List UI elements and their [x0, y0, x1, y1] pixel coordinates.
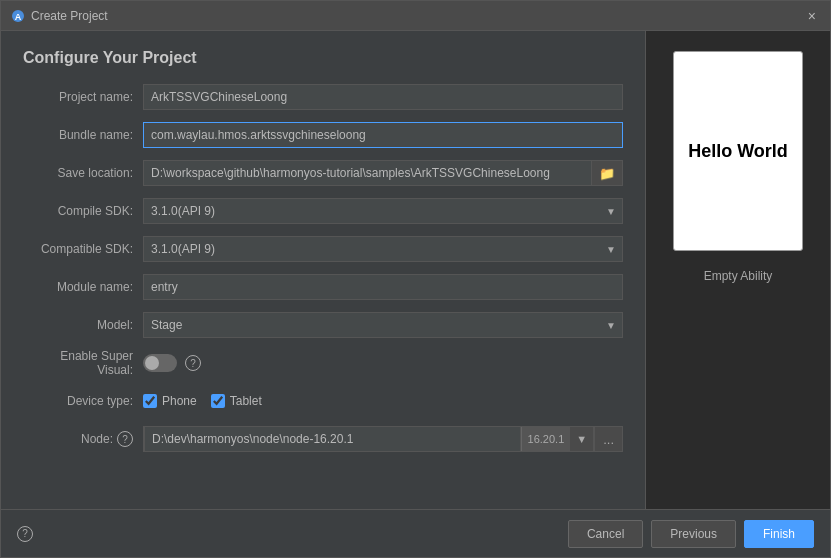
super-visual-control: ? [143, 354, 623, 372]
tablet-label: Tablet [230, 394, 262, 408]
node-input-group: 16.20.1 ▼ [143, 426, 595, 452]
compatible-sdk-select[interactable]: 3.1.0(API 9) 3.0.0(API 8) 2.0.0(API 6) [143, 236, 623, 262]
module-name-label: Module name: [23, 280, 143, 294]
ark-icon: A [11, 9, 25, 23]
title-bar-left: A Create Project [11, 9, 108, 23]
cancel-button[interactable]: Cancel [568, 520, 643, 548]
device-type-label: Device type: [23, 394, 143, 408]
dialog-footer: ? Cancel Previous Finish [1, 509, 830, 557]
save-location-input[interactable] [143, 160, 592, 186]
bundle-name-control [143, 122, 623, 148]
super-visual-label: Enable Super Visual: [23, 349, 143, 377]
preview-hello-text: Hello World [688, 141, 788, 162]
compile-sdk-row: Compile SDK: 3.1.0(API 9) 3.0.0(API 8) 2… [23, 197, 623, 225]
footer-buttons: Cancel Previous Finish [568, 520, 814, 548]
node-version-badge: 16.20.1 [521, 427, 571, 451]
module-name-row: Module name: [23, 273, 623, 301]
super-visual-help-icon[interactable]: ? [185, 355, 201, 371]
node-more-button[interactable]: ... [595, 426, 623, 452]
project-name-label: Project name: [23, 90, 143, 104]
model-row: Model: Stage FA ▼ [23, 311, 623, 339]
bundle-name-input[interactable] [143, 122, 623, 148]
compile-sdk-select-wrapper: 3.1.0(API 9) 3.0.0(API 8) 2.0.0(API 6) ▼ [143, 198, 623, 224]
model-select-wrapper: Stage FA ▼ [143, 312, 623, 338]
device-type-control: Phone Tablet [143, 394, 623, 408]
compile-sdk-select[interactable]: 3.1.0(API 9) 3.0.0(API 8) 2.0.0(API 6) [143, 198, 623, 224]
project-name-control [143, 84, 623, 110]
node-control: 16.20.1 ▼ ... [143, 426, 623, 452]
save-location-label: Save location: [23, 166, 143, 180]
section-title: Configure Your Project [23, 49, 623, 67]
compile-sdk-control: 3.1.0(API 9) 3.0.0(API 8) 2.0.0(API 6) ▼ [143, 198, 623, 224]
bundle-name-row: Bundle name: [23, 121, 623, 149]
model-select[interactable]: Stage FA [143, 312, 623, 338]
left-panel: Configure Your Project Project name: Bun… [1, 31, 645, 509]
super-visual-row: Enable Super Visual: ? [23, 349, 623, 377]
footer-left: ? [17, 526, 33, 542]
tablet-checkbox[interactable] [211, 394, 225, 408]
right-panel: Hello World Empty Ability [645, 31, 830, 509]
previous-button[interactable]: Previous [651, 520, 736, 548]
title-bar: A Create Project × [1, 1, 830, 31]
phone-checkbox-item[interactable]: Phone [143, 394, 197, 408]
node-row: Node: ? 16.20.1 ▼ ... [23, 425, 623, 453]
footer-help-icon[interactable]: ? [17, 526, 33, 542]
svg-text:A: A [15, 12, 22, 22]
device-type-row: Device type: Phone Tablet [23, 387, 623, 415]
node-label: Node: [81, 432, 113, 446]
dialog-window: A Create Project × Configure Your Projec… [0, 0, 831, 558]
phone-label: Phone [162, 394, 197, 408]
save-location-control: 📁 [143, 160, 623, 186]
close-button[interactable]: × [804, 7, 820, 25]
model-label: Model: [23, 318, 143, 332]
project-name-input[interactable] [143, 84, 623, 110]
tablet-checkbox-item[interactable]: Tablet [211, 394, 262, 408]
node-help-icon[interactable]: ? [117, 431, 133, 447]
model-control: Stage FA ▼ [143, 312, 623, 338]
preview-caption: Empty Ability [704, 269, 773, 283]
project-name-row: Project name: [23, 83, 623, 111]
save-location-row: Save location: 📁 [23, 159, 623, 187]
dialog-body: Configure Your Project Project name: Bun… [1, 31, 830, 509]
compatible-sdk-label: Compatible SDK: [23, 242, 143, 256]
preview-frame: Hello World [673, 51, 803, 251]
compile-sdk-label: Compile SDK: [23, 204, 143, 218]
compatible-sdk-control: 3.1.0(API 9) 3.0.0(API 8) 2.0.0(API 6) ▼ [143, 236, 623, 262]
super-visual-toggle[interactable] [143, 354, 177, 372]
save-location-browse-button[interactable]: 📁 [592, 160, 623, 186]
toggle-knob [145, 356, 159, 370]
finish-button[interactable]: Finish [744, 520, 814, 548]
module-name-input[interactable] [143, 274, 623, 300]
phone-checkbox[interactable] [143, 394, 157, 408]
module-name-control [143, 274, 623, 300]
compatible-sdk-row: Compatible SDK: 3.1.0(API 9) 3.0.0(API 8… [23, 235, 623, 263]
dialog-title: Create Project [31, 9, 108, 23]
compatible-sdk-select-wrapper: 3.1.0(API 9) 3.0.0(API 8) 2.0.0(API 6) ▼ [143, 236, 623, 262]
bundle-name-label: Bundle name: [23, 128, 143, 142]
node-dropdown-button[interactable]: ▼ [570, 426, 594, 452]
node-path-input[interactable] [144, 426, 521, 452]
